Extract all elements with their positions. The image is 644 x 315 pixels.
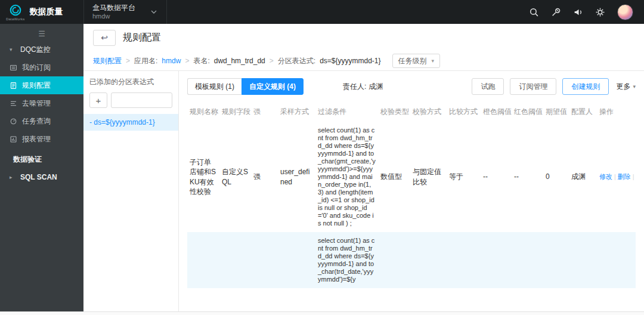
col-red-threshold: 红色阈值	[512, 102, 543, 122]
cell-expected	[543, 232, 569, 288]
breadcrumb-app-label: 应用名:	[134, 56, 157, 66]
workspace-code: hmdw	[92, 13, 135, 21]
col-configurer: 配置人	[569, 102, 597, 122]
task-query-icon	[10, 118, 17, 125]
cell-expected: 0	[543, 122, 569, 232]
rules-toolbar: 模板规则 (1) 自定义规则 (4) 责任人: 成渊 试跑 订阅管理 创建规则 …	[187, 78, 636, 95]
breadcrumb-table-value: dwd_hm_trd_dd	[214, 57, 265, 65]
rule-config-icon	[10, 82, 17, 89]
breadcrumb-separator: >	[185, 57, 189, 65]
more-menu[interactable]: 更多 ▾	[616, 82, 636, 92]
cell-configurer	[569, 232, 597, 288]
cell-compare	[447, 232, 481, 288]
dataworks-logo-icon	[9, 4, 22, 17]
cell-compare: 等于	[447, 122, 481, 232]
breadcrumb-app-link[interactable]: hmdw	[162, 57, 181, 65]
workspace-selector[interactable]: 盒马数据平台 hmdw	[83, 0, 167, 24]
cell-sampling: user_defined	[278, 122, 315, 232]
sidebar-item-sql-scan[interactable]: ▸ SQL SCAN	[0, 168, 83, 186]
delete-link[interactable]: 删除	[618, 173, 631, 180]
cell-rule-field	[219, 232, 251, 288]
table-row: 子订单店铺和SKU有效性校验 自定义SQL 强 user_defined sel…	[187, 122, 636, 232]
sidebar-item-task-query[interactable]: 任务查询	[0, 112, 83, 130]
breadcrumb-root-link[interactable]: 规则配置	[93, 56, 122, 66]
sidebar-item-rule-config[interactable]: 规则配置	[0, 76, 83, 94]
owner-label: 责任人:	[343, 82, 366, 92]
sidebar-item-data-validation[interactable]: 数据验证	[0, 150, 83, 168]
wrench-icon[interactable]	[551, 7, 561, 17]
cell-rule-name: 子订单店铺和SKU有效性校验	[187, 122, 219, 232]
cell-check-type: 数值型	[378, 122, 410, 232]
subscription-manage-button[interactable]: 订阅管理	[510, 78, 556, 95]
back-arrow-icon: ↩	[101, 33, 108, 42]
page-header: ↩ 规则配置	[83, 24, 644, 51]
gear-icon[interactable]	[595, 7, 605, 17]
cell-operations	[597, 232, 636, 288]
breadcrumb-partition-value: ds=${yyyymmdd-1}	[320, 57, 380, 65]
partition-input[interactable]	[111, 92, 172, 108]
breadcrumb: 规则配置 > 应用名: hmdw > 表名: dwd_hm_trd_dd > 分…	[83, 51, 644, 71]
sidebar-item-denoise[interactable]: 去噪管理	[0, 94, 83, 112]
body: ☰ ▾ DQC监控 我的订阅 规则配置	[0, 24, 644, 311]
chevron-down-icon	[151, 10, 157, 14]
report-chart-icon	[10, 135, 17, 143]
col-check-type: 校验类型	[378, 102, 410, 122]
partition-panel-title: 已添加的分区表达式	[83, 77, 178, 92]
horizontal-scrollbar[interactable]	[0, 311, 644, 315]
cell-check-method	[410, 232, 447, 288]
workspace-name: 盒马数据平台	[92, 4, 135, 13]
back-button[interactable]: ↩	[93, 30, 116, 46]
owner-info: 责任人: 成渊	[343, 82, 383, 92]
product-name: 数据质量	[29, 7, 63, 17]
cell-strength: 强	[251, 122, 278, 232]
cell-red-threshold	[512, 232, 543, 288]
breadcrumb-separator: >	[126, 57, 130, 65]
owner-value: 成渊	[369, 82, 383, 92]
page-title: 规则配置	[123, 32, 161, 44]
breadcrumb-separator: >	[270, 57, 274, 65]
col-rule-field: 规则字段	[219, 102, 251, 122]
cell-sampling	[278, 232, 315, 288]
chevron-down-icon: ▾	[432, 58, 435, 64]
user-avatar[interactable]	[617, 4, 633, 20]
cell-check-type	[378, 232, 410, 288]
add-partition-button[interactable]: +	[89, 92, 107, 108]
cell-filter-sql: select count(1) as cnt from dwd_hm_trd_d…	[315, 232, 378, 288]
cell-check-method: 与固定值比较	[410, 122, 447, 232]
sidebar-collapse-icon[interactable]: ☰	[0, 26, 83, 41]
sidebar-item-my-subscriptions[interactable]: 我的订阅	[0, 58, 83, 76]
trial-run-button[interactable]: 试跑	[472, 78, 504, 95]
topbar-actions	[529, 4, 644, 20]
table-row: select count(1) as cnt from dwd_hm_trd_d…	[187, 232, 636, 288]
col-operations: 操作	[597, 102, 636, 122]
tab-template-rules[interactable]: 模板规则 (1)	[187, 78, 242, 95]
rules-panel: 模板规则 (1) 自定义规则 (4) 责任人: 成渊 试跑 订阅管理 创建规则 …	[179, 71, 644, 311]
subscription-icon	[10, 64, 17, 72]
megaphone-icon[interactable]	[573, 7, 583, 17]
denoise-icon	[10, 100, 17, 107]
col-orange-threshold: 橙色阈值	[481, 102, 512, 122]
search-icon[interactable]	[529, 7, 539, 17]
product-subtitle: DataWorks	[6, 17, 24, 21]
sidebar-item-report-manage[interactable]: 报表管理	[0, 130, 83, 148]
cell-red-threshold: --	[512, 122, 543, 232]
cell-rule-field: 自定义SQL	[219, 122, 251, 232]
breadcrumb-partition-label: 分区表达式:	[278, 56, 315, 66]
chevron-down-icon: ▾	[633, 84, 636, 89]
cell-filter-sql: select count(1) as cnt from dwd_hm_trd_d…	[315, 122, 378, 232]
cell-orange-threshold	[481, 232, 512, 288]
op-separator: |	[633, 173, 634, 180]
edit-link[interactable]: 修改	[599, 173, 612, 180]
col-expected: 期望值	[543, 102, 569, 122]
cell-configurer: 成渊	[569, 122, 597, 232]
create-rule-button[interactable]: 创建规则	[562, 78, 609, 95]
tab-custom-rules[interactable]: 自定义规则 (4)	[242, 78, 304, 95]
sidebar: ☰ ▾ DQC监控 我的订阅 规则配置	[0, 24, 83, 311]
breadcrumb-table-label: 表名:	[193, 56, 209, 66]
sidebar-item-dqc-monitor[interactable]: ▾ DQC监控	[0, 41, 83, 58]
col-rule-name: 规则名称	[187, 102, 219, 122]
app: DataWorks 数据质量 盒马数据平台 hmdw	[0, 0, 644, 315]
task-level-dropdown[interactable]: 任务级别 ▾	[392, 54, 441, 68]
col-strength: 强	[251, 102, 278, 122]
partition-list-item[interactable]: - ds=${yyyymmdd-1}	[83, 114, 178, 131]
